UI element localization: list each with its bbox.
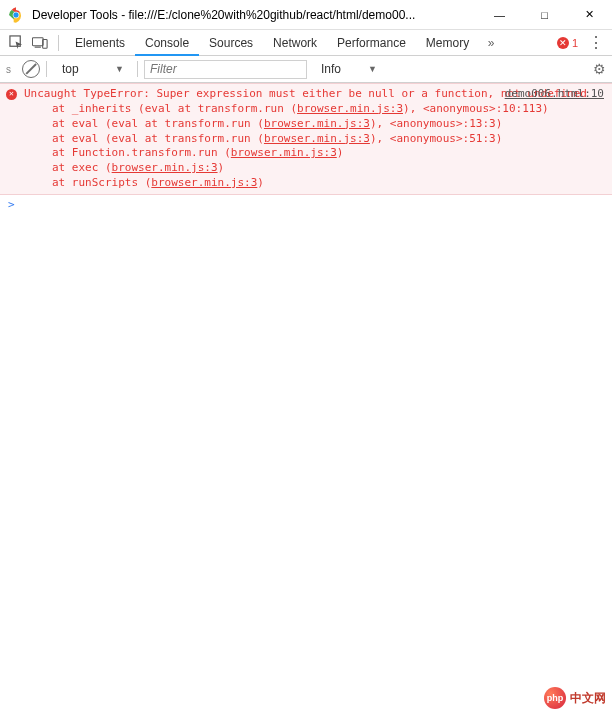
stack-source-link[interactable]: browser.min.js:3 bbox=[151, 176, 257, 189]
svg-rect-5 bbox=[35, 46, 41, 47]
stack-frame[interactable]: at eval (eval at transform.run (browser.… bbox=[52, 117, 606, 132]
tab-sources[interactable]: Sources bbox=[199, 30, 263, 56]
sidebar-toggle-letter[interactable]: s bbox=[6, 64, 16, 75]
stack-frame[interactable]: at Function.transform.run (browser.min.j… bbox=[52, 146, 606, 161]
tab-performance[interactable]: Performance bbox=[327, 30, 416, 56]
error-count-badge[interactable]: ✕ 1 bbox=[557, 37, 578, 49]
console-output: ✕ demo006.html:10 Uncaught TypeError: Su… bbox=[0, 83, 612, 715]
stack-source-link[interactable]: browser.min.js:3 bbox=[231, 146, 337, 159]
execution-context-label: top bbox=[62, 62, 79, 76]
separator bbox=[46, 61, 47, 77]
tab-memory[interactable]: Memory bbox=[416, 30, 479, 56]
watermark: php 中文网 bbox=[544, 687, 606, 709]
device-toggle-icon[interactable] bbox=[28, 31, 52, 55]
tab-network[interactable]: Network bbox=[263, 30, 327, 56]
stack-source-link[interactable]: browser.min.js:3 bbox=[264, 117, 370, 130]
devtools-tabs-row: Elements Console Sources Network Perform… bbox=[0, 30, 612, 56]
devtools-menu-icon[interactable]: ⋮ bbox=[588, 33, 604, 52]
minimize-button[interactable]: — bbox=[477, 0, 522, 30]
filter-input[interactable] bbox=[144, 60, 307, 79]
window-titlebar: Developer Tools - file:///E:/clone%20wit… bbox=[0, 0, 612, 30]
inspect-element-icon[interactable] bbox=[4, 31, 28, 55]
window-title: Developer Tools - file:///E:/clone%20wit… bbox=[32, 8, 477, 22]
console-error-message[interactable]: ✕ demo006.html:10 Uncaught TypeError: Su… bbox=[0, 83, 612, 195]
console-toolbar: s top ▼ Info ▼ ⚙ bbox=[0, 56, 612, 83]
window-controls: — □ ✕ bbox=[477, 0, 612, 30]
stack-frame[interactable]: at eval (eval at transform.run (browser.… bbox=[52, 132, 606, 147]
stack-source-link[interactable]: browser.min.js:3 bbox=[297, 102, 403, 115]
error-source-link[interactable]: demo006.html:10 bbox=[505, 87, 604, 102]
console-settings-icon[interactable]: ⚙ bbox=[593, 61, 606, 77]
separator bbox=[137, 61, 138, 77]
stack-source-link[interactable]: browser.min.js:3 bbox=[112, 161, 218, 174]
tabs-overflow-icon[interactable]: » bbox=[479, 36, 503, 50]
error-icon: ✕ bbox=[6, 89, 17, 100]
clear-console-icon[interactable] bbox=[22, 60, 40, 78]
log-level-selector[interactable]: Info ▼ bbox=[313, 59, 383, 79]
close-button[interactable]: ✕ bbox=[567, 0, 612, 30]
stack-frame[interactable]: at runScripts (browser.min.js:3) bbox=[52, 176, 606, 191]
maximize-button[interactable]: □ bbox=[522, 0, 567, 30]
stack-frame[interactable]: at _inherits (eval at transform.run (bro… bbox=[52, 102, 606, 117]
watermark-text: 中文网 bbox=[570, 690, 606, 707]
separator bbox=[58, 35, 59, 51]
watermark-badge: php bbox=[544, 687, 566, 709]
log-level-label: Info bbox=[321, 62, 341, 76]
tab-elements[interactable]: Elements bbox=[65, 30, 135, 56]
error-dot-icon: ✕ bbox=[557, 37, 569, 49]
error-stack: at _inherits (eval at transform.run (bro… bbox=[52, 102, 606, 191]
chrome-icon bbox=[8, 7, 24, 23]
chevron-down-icon: ▼ bbox=[368, 64, 377, 74]
console-prompt[interactable]: > bbox=[0, 195, 612, 214]
tab-console[interactable]: Console bbox=[135, 30, 199, 56]
stack-source-link[interactable]: browser.min.js:3 bbox=[264, 132, 370, 145]
chevron-down-icon: ▼ bbox=[115, 64, 124, 74]
prompt-chevron-icon: > bbox=[8, 198, 15, 211]
stack-frame[interactable]: at exec (browser.min.js:3) bbox=[52, 161, 606, 176]
error-count-number: 1 bbox=[572, 37, 578, 49]
execution-context-selector[interactable]: top ▼ bbox=[53, 59, 131, 79]
svg-rect-4 bbox=[32, 37, 43, 45]
